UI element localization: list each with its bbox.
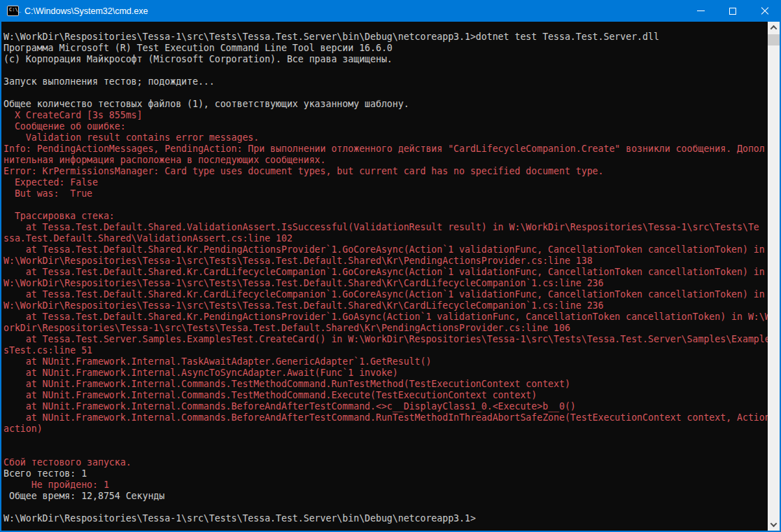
- terminal-line: W:\WorkDir\Respositories\Tessa-1\src\Tes…: [3, 255, 780, 267]
- terminal-line: Общее время: 12,8754 Секунды: [3, 491, 780, 502]
- terminal-line: at NUnit.Framework.Internal.Commands.Tes…: [3, 379, 780, 390]
- terminal-line: Сообщение об ошибке:: [3, 121, 780, 132]
- terminal-line: at Tessa.Test.Default.Shared.Kr.PendingA…: [3, 244, 780, 255]
- terminal-line: W:\WorkDir\Respositories\Tessa-1\src\Tes…: [3, 300, 780, 312]
- terminal-line: sTest.cs:line 51: [3, 345, 780, 356]
- maximize-button[interactable]: [717, 0, 749, 22]
- terminal-line: Сбой тестового запуска.: [3, 457, 780, 468]
- vertical-scrollbar[interactable]: [768, 22, 780, 531]
- chevron-up-icon: [771, 25, 778, 32]
- title-bar: C:\_ C:\Windows\System32\cmd.exe: [0, 0, 781, 22]
- terminal-line: at Tessa.Test.Default.Shared.Kr.CardLife…: [3, 289, 780, 300]
- terminal-line: Программа Microsoft (R) Test Execution C…: [3, 43, 780, 54]
- terminal-output[interactable]: W:\WorkDir\Respositories\Tessa-1\src\Tes…: [1, 22, 780, 531]
- terminal-line: Expected: False: [3, 177, 780, 188]
- close-button[interactable]: [749, 0, 781, 22]
- terminal-line: Общее количество тестовых файлов (1), со…: [3, 99, 780, 110]
- terminal-line: at NUnit.Framework.Internal.AsyncToSyncA…: [3, 368, 780, 379]
- terminal-line: orkDir\Respositories\Tessa-1\src\Tests\T…: [3, 323, 780, 334]
- terminal-line: W:\WorkDir\Respositories\Tessa-1\src\Tes…: [3, 513, 780, 524]
- terminal-line: ssa.Test.Default.Shared\ValidationAssert…: [3, 233, 780, 244]
- chevron-down-icon: [771, 520, 778, 527]
- window-title: C:\Windows\System32\cmd.exe: [24, 6, 684, 16]
- terminal-line: [3, 435, 780, 446]
- terminal-line: Не пройдено: 1: [3, 479, 780, 491]
- scroll-up-button[interactable]: [768, 22, 780, 34]
- terminal-line: Error: KrPermissionsManager: Card type u…: [3, 166, 780, 177]
- terminal-line: [3, 200, 780, 211]
- terminal-line: at Tessa.Test.Default.Shared.ValidationA…: [3, 222, 780, 233]
- terminal-line: Info: PendingActionMessages, PendingActi…: [3, 144, 780, 155]
- maximize-icon: [729, 8, 736, 15]
- terminal-line: But was: True: [3, 188, 780, 200]
- terminal-line: Validation result contains error message…: [3, 132, 780, 144]
- cmd-icon-glyph: C:\_: [9, 7, 21, 13]
- terminal-line: Трассировка стека:: [3, 211, 780, 222]
- terminal-line: (c) Корпорация Майкрософт (Microsoft Cor…: [3, 54, 780, 65]
- terminal-line: at Tessa.Test.Default.Shared.Kr.CardLife…: [3, 267, 780, 278]
- terminal-line: Всего тестов: 1: [3, 468, 780, 479]
- terminal-line: at Tessa.Test.Default.Shared.Kr.PendingA…: [3, 312, 780, 323]
- scrollbar-thumb[interactable]: [768, 34, 780, 46]
- scroll-down-button[interactable]: [768, 519, 780, 531]
- terminal-line: action): [3, 424, 780, 435]
- terminal-line: W:\WorkDir\Respositories\Tessa-1\src\Tes…: [3, 31, 780, 43]
- terminal-line: at NUnit.Framework.Internal.Commands.Bef…: [3, 412, 780, 424]
- minimize-icon: [697, 10, 705, 11]
- cmd-icon[interactable]: C:\_: [7, 6, 19, 16]
- terminal-line: [3, 88, 780, 99]
- terminal-line: at NUnit.Framework.Internal.TaskAwaitAda…: [3, 356, 780, 368]
- terminal-line: at Tessa.Test.Server.Samples.ExamplesTes…: [3, 334, 780, 345]
- terminal-line: нительная информация расположена в после…: [3, 155, 780, 166]
- terminal-line: at NUnit.Framework.Internal.Commands.Bef…: [3, 401, 780, 412]
- terminal-line: Запуск выполнения тестов; подождите...: [3, 76, 780, 88]
- terminal-line: at NUnit.Framework.Internal.Commands.Tes…: [3, 390, 780, 401]
- terminal-line: [3, 446, 780, 457]
- caption-buttons: [684, 0, 781, 22]
- close-icon: [761, 7, 769, 15]
- terminal-line: [3, 502, 780, 513]
- terminal-line: W:\WorkDir\Respositories\Tessa-1\src\Tes…: [3, 278, 780, 289]
- terminal-line: X CreateCard [3s 855ms]: [3, 110, 780, 121]
- minimize-button[interactable]: [684, 0, 717, 22]
- cmd-window: C:\_ C:\Windows\System32\cmd.exe W:\Work…: [0, 0, 781, 532]
- terminal-line: [3, 65, 780, 76]
